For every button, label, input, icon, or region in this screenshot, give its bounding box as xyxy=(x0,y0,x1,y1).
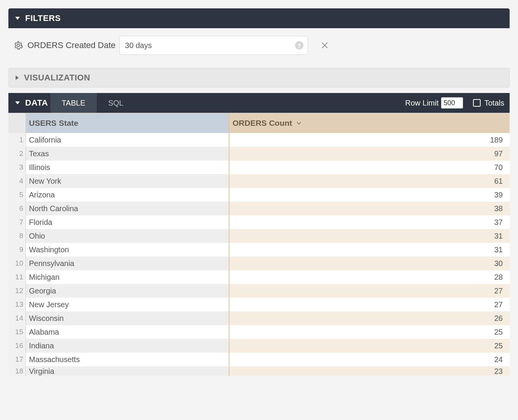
rownum-cell: 2 xyxy=(8,147,26,160)
state-cell[interactable]: Indiana xyxy=(26,339,229,353)
count-cell[interactable]: 97 xyxy=(229,147,510,160)
visualization-title: VISUALIZATION xyxy=(24,73,90,83)
count-cell[interactable]: 38 xyxy=(229,202,510,215)
state-cell[interactable]: Massachusetts xyxy=(26,353,229,366)
count-cell[interactable]: 25 xyxy=(229,325,510,339)
table-row[interactable]: 4New York61 xyxy=(8,174,510,188)
table-row[interactable]: 9Washington31 xyxy=(8,243,510,256)
table-row[interactable]: 3Illinois70 xyxy=(8,160,510,174)
table-row[interactable]: 16Indiana25 xyxy=(8,339,510,353)
caret-down-icon[interactable] xyxy=(15,101,20,104)
state-cell[interactable]: North Carolina xyxy=(26,202,229,215)
count-cell[interactable]: 23 xyxy=(229,366,510,376)
filter-input-wrap: ? xyxy=(119,36,308,55)
state-cell[interactable]: Michigan xyxy=(26,270,229,284)
count-cell[interactable]: 24 xyxy=(229,353,510,366)
close-icon[interactable] xyxy=(321,42,329,49)
totals-label: Totals xyxy=(484,99,504,107)
rownum-cell: 10 xyxy=(8,256,26,270)
rownum-cell: 9 xyxy=(8,243,26,256)
count-cell[interactable]: 37 xyxy=(229,215,510,229)
state-cell[interactable]: Florida xyxy=(26,215,229,229)
table-row[interactable]: 5Arizona39 xyxy=(8,188,510,202)
rownum-cell: 18 xyxy=(8,366,26,376)
data-tabs: TABLE SQL xyxy=(50,93,135,113)
col-header-count-label: ORDERS Count xyxy=(233,119,292,128)
table-row[interactable]: 8Ohio31 xyxy=(8,229,510,243)
rownum-cell: 15 xyxy=(8,325,26,339)
state-cell[interactable]: Illinois xyxy=(26,160,229,174)
count-cell[interactable]: 31 xyxy=(229,243,510,256)
state-cell[interactable]: Georgia xyxy=(26,284,229,298)
table-row[interactable]: 7Florida37 xyxy=(8,215,510,229)
state-cell[interactable]: Arizona xyxy=(26,188,229,202)
table-row[interactable]: 1California189 xyxy=(8,133,510,147)
rownum-cell: 16 xyxy=(8,339,26,353)
state-cell[interactable]: New York xyxy=(26,174,229,188)
help-icon[interactable]: ? xyxy=(295,41,303,50)
count-cell[interactable]: 39 xyxy=(229,188,510,202)
table-row[interactable]: 2Texas97 xyxy=(8,147,510,160)
sort-desc-icon xyxy=(296,120,302,126)
col-header-state[interactable]: USERS State xyxy=(26,113,229,133)
count-cell[interactable]: 189 xyxy=(229,133,510,147)
tab-table[interactable]: TABLE xyxy=(50,93,97,113)
rownum-cell: 13 xyxy=(8,298,26,311)
table-row[interactable]: 17Massachusetts24 xyxy=(8,353,510,366)
state-cell[interactable]: Alabama xyxy=(26,325,229,339)
caret-right-icon xyxy=(16,75,19,80)
count-cell[interactable]: 30 xyxy=(229,256,510,270)
data-table: USERS State ORDERS Count 1California1892… xyxy=(8,113,510,376)
data-header: DATA TABLE SQL Row Limit Totals xyxy=(8,93,510,113)
state-cell[interactable]: Pennsylvania xyxy=(26,256,229,270)
data-title[interactable]: DATA xyxy=(25,98,48,108)
rownum-cell: 6 xyxy=(8,202,26,215)
table-row[interactable]: 14Wisconsin26 xyxy=(8,311,510,325)
checkbox-icon[interactable] xyxy=(473,99,481,107)
rownum-cell: 4 xyxy=(8,174,26,188)
tab-sql[interactable]: SQL xyxy=(97,93,135,113)
state-cell[interactable]: California xyxy=(26,133,229,147)
row-limit-input[interactable] xyxy=(441,97,463,109)
visualization-header[interactable]: VISUALIZATION xyxy=(8,68,510,88)
state-cell[interactable]: Washington xyxy=(26,243,229,256)
table-row[interactable]: 10Pennsylvania30 xyxy=(8,256,510,270)
rownum-cell: 17 xyxy=(8,353,26,366)
rownum-cell: 7 xyxy=(8,215,26,229)
count-cell[interactable]: 70 xyxy=(229,160,510,174)
filters-header[interactable]: FILTERS xyxy=(8,8,510,28)
count-cell[interactable]: 27 xyxy=(229,284,510,298)
totals-toggle[interactable]: Totals xyxy=(473,99,504,107)
table-row[interactable]: 18Virginia23 xyxy=(8,366,510,376)
gear-icon[interactable] xyxy=(14,41,23,50)
rownum-cell: 12 xyxy=(8,284,26,298)
state-cell[interactable]: Ohio xyxy=(26,229,229,243)
table-row[interactable]: 11Michigan28 xyxy=(8,270,510,284)
filters-body: ORDERS Created Date ? xyxy=(8,28,510,68)
count-cell[interactable]: 27 xyxy=(229,298,510,311)
count-cell[interactable]: 25 xyxy=(229,339,510,353)
table-row[interactable]: 12Georgia27 xyxy=(8,284,510,298)
rownum-cell: 14 xyxy=(8,311,26,325)
filter-value-input[interactable] xyxy=(119,36,308,55)
state-cell[interactable]: Virginia xyxy=(26,366,229,376)
state-cell[interactable]: Texas xyxy=(26,147,229,160)
caret-down-icon xyxy=(15,17,20,20)
table-row[interactable]: 13New Jersey27 xyxy=(8,298,510,311)
state-cell[interactable]: Wisconsin xyxy=(26,311,229,325)
state-cell[interactable]: New Jersey xyxy=(26,298,229,311)
count-cell[interactable]: 28 xyxy=(229,270,510,284)
col-header-count[interactable]: ORDERS Count xyxy=(229,113,510,133)
table-row[interactable]: 6North Carolina38 xyxy=(8,202,510,215)
rownum-header xyxy=(8,113,26,133)
rownum-cell: 5 xyxy=(8,188,26,202)
rownum-cell: 3 xyxy=(8,160,26,174)
count-cell[interactable]: 61 xyxy=(229,174,510,188)
count-cell[interactable]: 26 xyxy=(229,311,510,325)
table-row[interactable]: 15Alabama25 xyxy=(8,325,510,339)
count-cell[interactable]: 31 xyxy=(229,229,510,243)
table-header-row: USERS State ORDERS Count xyxy=(8,113,510,133)
filter-field-label: ORDERS Created Date xyxy=(27,40,115,50)
rownum-cell: 11 xyxy=(8,270,26,284)
filters-title: FILTERS xyxy=(25,13,61,23)
